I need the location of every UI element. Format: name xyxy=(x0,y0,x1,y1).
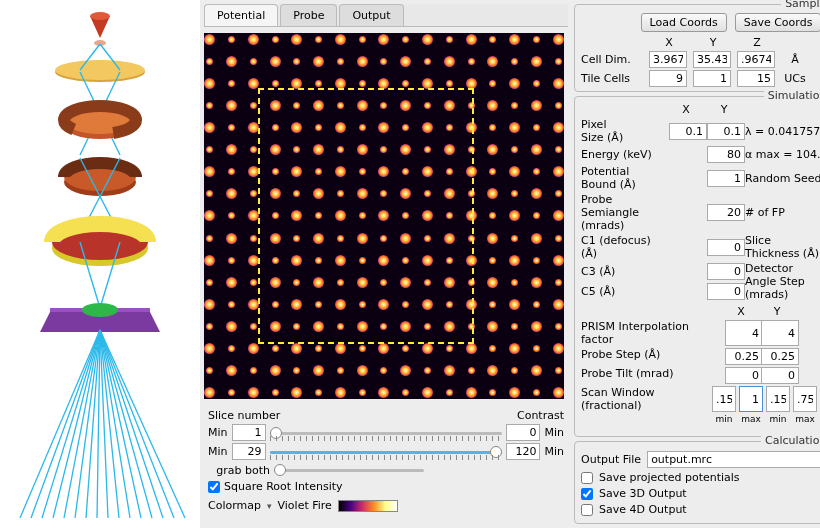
svg-line-27 xyxy=(64,330,100,518)
xy-header-y2: Y xyxy=(761,305,793,318)
semiangle-label: Probe Semiangle (mrads) xyxy=(581,193,665,232)
scan-xmax-input[interactable] xyxy=(739,386,763,412)
slice-min-label: Min xyxy=(208,426,228,439)
save-coords-button[interactable]: Save Coords xyxy=(735,13,820,32)
slice-min-slider[interactable] xyxy=(270,425,503,441)
tab-output[interactable]: Output xyxy=(339,4,403,26)
slice-min-input[interactable] xyxy=(232,424,266,441)
sqrt-intensity-label: Square Root Intensity xyxy=(224,480,343,493)
colormap-swatch xyxy=(338,500,398,512)
scan-ymax-input[interactable] xyxy=(793,386,817,412)
scan-window-rectangle[interactable] xyxy=(258,88,474,344)
lambda-text: λ = 0.0417572Å xyxy=(745,125,820,138)
scan-window-label: Scan Window (fractional) xyxy=(581,386,709,412)
probe-step-label: Probe Step (Å) xyxy=(581,348,721,365)
calculation-settings-group: Calculation Settings Output File Save pr… xyxy=(574,441,820,524)
sim-header-y: Y xyxy=(707,103,741,116)
scan-xmin-input[interactable] xyxy=(712,386,736,412)
probe-tilt-y-input[interactable] xyxy=(761,367,799,384)
scan-xmax-label: max xyxy=(739,414,763,424)
sample-header-y: Y xyxy=(693,36,733,49)
cell-dim-unit: Å xyxy=(781,53,809,66)
potential-bound-label: Potential Bound (Å) xyxy=(581,165,665,191)
save-4d-checkbox[interactable] xyxy=(581,504,593,516)
svg-line-38 xyxy=(100,330,185,518)
tile-z-input[interactable] xyxy=(737,70,775,87)
tile-cells-label: Tile Cells xyxy=(581,72,645,85)
sample-header-x: X xyxy=(649,36,689,49)
slice-max-input[interactable] xyxy=(232,443,266,460)
contrast-min-input[interactable] xyxy=(506,424,540,441)
slice-max-label: Min xyxy=(208,445,228,458)
load-coords-button[interactable]: Load Coords xyxy=(641,13,727,32)
tab-probe[interactable]: Probe xyxy=(280,4,337,26)
potential-image-view[interactable] xyxy=(204,33,564,399)
cell-dim-label: Cell Dim. xyxy=(581,53,645,66)
xy-header-x2: X xyxy=(725,305,757,318)
sim-header-x: X xyxy=(669,103,703,116)
svg-line-37 xyxy=(100,330,174,518)
scan-ymax-label: max xyxy=(793,414,817,424)
slice-number-label: Slice number xyxy=(208,409,280,422)
simulation-settings-legend: Simulation Settings xyxy=(764,89,820,102)
num-fp-label: # of FP xyxy=(745,206,820,219)
c3-input[interactable] xyxy=(707,263,745,280)
probe-tilt-x-input[interactable] xyxy=(725,367,763,384)
c1-input[interactable] xyxy=(707,239,745,256)
c3-label: C3 (Å) xyxy=(581,265,665,278)
pixel-size-y-input[interactable] xyxy=(707,123,745,140)
save-3d-checkbox[interactable] xyxy=(581,488,593,500)
calculation-settings-legend: Calculation Settings xyxy=(761,434,820,447)
c5-label: C5 (Å) xyxy=(581,285,665,298)
scan-ymin-input[interactable] xyxy=(766,386,790,412)
simulation-settings-group: Simulation Settings XY Pixel Size (Å) λ … xyxy=(574,96,820,437)
output-file-input[interactable] xyxy=(647,451,820,468)
save-4d-label: Save 4D Output xyxy=(599,503,687,516)
cell-dim-y-input[interactable] xyxy=(693,51,731,68)
output-file-label: Output File xyxy=(581,453,641,466)
sample-settings-group: Sample Settings Load Coords Save Coords … xyxy=(574,4,820,92)
pixel-size-x-input[interactable] xyxy=(669,123,707,140)
tile-y-input[interactable] xyxy=(693,70,731,87)
prism-label: PRISM Interpolation factor xyxy=(581,320,721,346)
random-seed-label: Random Seed xyxy=(745,172,820,185)
c1-label: C1 (defocus)(Å) xyxy=(581,234,665,260)
chevron-down-icon[interactable]: ▾ xyxy=(267,501,272,511)
semiangle-input[interactable] xyxy=(707,204,745,221)
contrast-label: Contrast xyxy=(517,409,564,422)
grab-both-slider[interactable] xyxy=(274,462,424,478)
svg-point-1 xyxy=(90,12,110,20)
visualization-tabs: Potential Probe Output xyxy=(204,4,568,27)
prism-y-input[interactable] xyxy=(761,320,799,346)
contrast-min-label: Min xyxy=(544,426,564,439)
svg-point-4 xyxy=(55,60,145,80)
detector-step-label: Detector Angle Step (mrads) xyxy=(745,262,820,301)
sample-settings-legend: Sample Settings xyxy=(781,0,820,10)
contrast-max-input[interactable] xyxy=(506,443,540,460)
c5-input[interactable] xyxy=(707,283,745,300)
contrast-max-label: Min xyxy=(544,445,564,458)
scan-xmin-label: min xyxy=(712,414,736,424)
probe-step-y-input[interactable] xyxy=(761,348,799,365)
tile-x-input[interactable] xyxy=(649,70,687,87)
sqrt-intensity-checkbox[interactable] xyxy=(208,481,220,493)
prism-x-input[interactable] xyxy=(725,320,763,346)
slice-max-slider[interactable] xyxy=(270,444,503,460)
tab-potential[interactable]: Potential xyxy=(204,4,278,26)
sample-header-z: Z xyxy=(737,36,777,49)
save-3d-label: Save 3D Output xyxy=(599,487,687,500)
energy-input[interactable] xyxy=(707,146,745,163)
probe-tilt-label: Probe Tilt (mrad) xyxy=(581,367,721,384)
scan-ymin-label: min xyxy=(766,414,790,424)
microscope-schematic-illustration xyxy=(5,10,195,520)
potential-bound-input[interactable] xyxy=(707,170,745,187)
slice-thickness-label: Slice Thickness (Å) xyxy=(745,234,820,260)
svg-line-25 xyxy=(42,330,100,518)
cell-dim-x-input[interactable] xyxy=(649,51,687,68)
probe-step-x-input[interactable] xyxy=(725,348,763,365)
svg-point-22 xyxy=(82,303,118,317)
cell-dim-z-input[interactable] xyxy=(737,51,775,68)
save-projected-checkbox[interactable] xyxy=(581,472,593,484)
colormap-value: Violet Fire xyxy=(278,499,332,512)
grab-both-label: grab both xyxy=(208,464,270,477)
